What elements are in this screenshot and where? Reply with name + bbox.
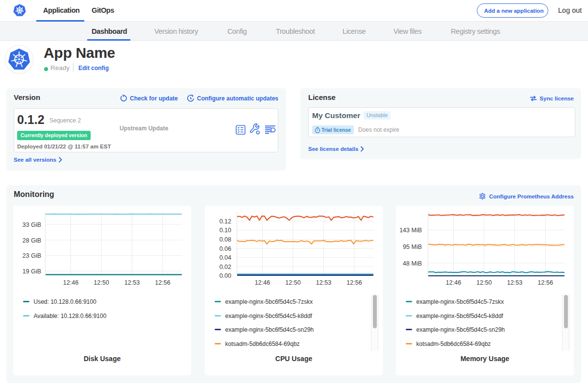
svg-text:12:56: 12:56 bbox=[346, 279, 362, 286]
svg-text:0.12: 0.12 bbox=[220, 218, 231, 225]
svg-text:19 GiB: 19 GiB bbox=[23, 268, 41, 275]
svg-text:28 GiB: 28 GiB bbox=[23, 237, 41, 244]
svg-text:12:50: 12:50 bbox=[476, 279, 491, 286]
svg-text:0.06: 0.06 bbox=[220, 245, 231, 252]
svg-text:48 MiB: 48 MiB bbox=[403, 260, 422, 267]
svg-text:0.00: 0.00 bbox=[220, 272, 231, 279]
svg-text:12:50: 12:50 bbox=[94, 279, 109, 286]
svg-text:12:46: 12:46 bbox=[446, 279, 461, 286]
svg-text:12:46: 12:46 bbox=[255, 279, 270, 286]
svg-text:143 MiB: 143 MiB bbox=[399, 227, 422, 234]
svg-text:23 GiB: 23 GiB bbox=[23, 252, 41, 259]
svg-text:0.04: 0.04 bbox=[220, 254, 231, 261]
svg-text:95 MiB: 95 MiB bbox=[403, 244, 422, 250]
svg-text:12:53: 12:53 bbox=[124, 279, 140, 286]
svg-text:12:56: 12:56 bbox=[155, 279, 170, 286]
svg-text:12:53: 12:53 bbox=[507, 279, 522, 286]
svg-text:0.08: 0.08 bbox=[220, 236, 231, 243]
svg-text:0.10: 0.10 bbox=[220, 227, 231, 234]
svg-text:12:50: 12:50 bbox=[285, 279, 300, 286]
svg-text:0.02: 0.02 bbox=[220, 264, 231, 270]
svg-text:12:53: 12:53 bbox=[316, 279, 331, 286]
svg-text:12:46: 12:46 bbox=[63, 279, 78, 286]
svg-text:12:56: 12:56 bbox=[538, 279, 553, 286]
svg-text:33 GiB: 33 GiB bbox=[23, 221, 41, 228]
